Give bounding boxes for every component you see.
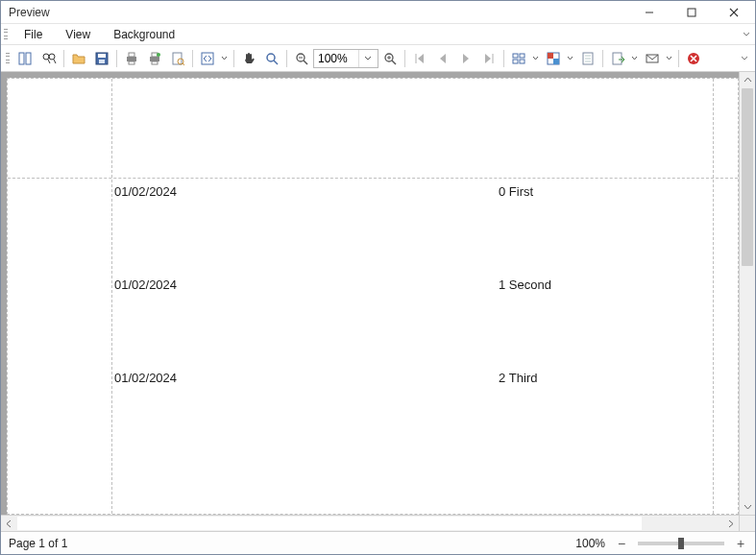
page-setup-button[interactable] xyxy=(167,48,188,69)
menubar-grip xyxy=(3,28,9,41)
svg-rect-41 xyxy=(553,59,559,64)
prev-page-button[interactable] xyxy=(432,48,453,69)
svg-point-24 xyxy=(267,54,275,61)
first-page-button[interactable] xyxy=(409,48,430,69)
vscroll-track[interactable] xyxy=(740,88,755,498)
zoom-slider[interactable] xyxy=(638,542,724,545)
quick-print-button[interactable] xyxy=(144,48,165,69)
cell-index: 1 xyxy=(499,278,505,297)
separator xyxy=(192,50,193,67)
close-preview-button[interactable] xyxy=(683,48,704,69)
hscroll-track[interactable] xyxy=(17,517,642,530)
toolbar-overflow[interactable] xyxy=(738,52,751,65)
separator xyxy=(233,50,234,67)
menubar: File View Background xyxy=(1,24,755,45)
cell-label: First xyxy=(509,184,533,204)
viewport[interactable]: 01/02/2024 0 First 01/02/2024 1 Second 0… xyxy=(1,72,739,515)
open-button[interactable] xyxy=(68,48,89,69)
magnifier-button[interactable] xyxy=(261,48,282,69)
export-dropdown[interactable] xyxy=(629,48,639,69)
separator xyxy=(404,50,405,67)
zoom-input[interactable] xyxy=(314,50,358,67)
menubar-overflow[interactable] xyxy=(740,28,753,41)
svg-line-22 xyxy=(183,63,184,65)
scroll-down-button[interactable] xyxy=(740,498,755,515)
save-button[interactable] xyxy=(91,48,112,69)
svg-rect-46 xyxy=(613,53,622,64)
svg-rect-36 xyxy=(520,54,524,58)
email-button[interactable] xyxy=(642,48,663,69)
zoom-dropdown[interactable] xyxy=(358,50,376,67)
window-title: Preview xyxy=(9,6,628,19)
zoom-plus-button[interactable]: + xyxy=(734,538,747,549)
multipage-dropdown[interactable] xyxy=(530,48,540,69)
svg-rect-15 xyxy=(129,61,134,64)
menu-view[interactable]: View xyxy=(54,26,102,43)
close-button[interactable] xyxy=(713,1,755,24)
last-page-button[interactable] xyxy=(478,48,500,69)
export-button[interactable] xyxy=(607,48,628,69)
svg-rect-38 xyxy=(520,60,524,63)
separator xyxy=(63,50,64,67)
cell-label: Third xyxy=(509,371,538,390)
zoom-out-button[interactable] xyxy=(291,48,312,69)
svg-rect-5 xyxy=(26,53,31,64)
statusbar: Page 1 of 1 100% − + xyxy=(1,531,755,554)
svg-line-28 xyxy=(304,60,307,64)
next-page-button[interactable] xyxy=(455,48,476,69)
margin-top-line xyxy=(8,178,738,179)
cell-label: Second xyxy=(509,278,551,297)
email-dropdown[interactable] xyxy=(664,48,673,69)
multipage-button[interactable] xyxy=(508,48,529,69)
report-row: 01/02/2024 0 First xyxy=(114,184,719,204)
svg-line-32 xyxy=(392,60,396,64)
color-button[interactable] xyxy=(543,48,564,69)
page-indicator: Page 1 of 1 xyxy=(9,537,67,550)
scroll-up-button[interactable] xyxy=(740,72,755,88)
svg-point-19 xyxy=(157,53,160,57)
svg-line-25 xyxy=(274,60,278,64)
zoom-in-button[interactable] xyxy=(379,48,401,69)
svg-rect-16 xyxy=(150,57,159,61)
maximize-button[interactable] xyxy=(671,1,713,24)
svg-rect-18 xyxy=(152,61,158,64)
color-dropdown[interactable] xyxy=(565,48,574,69)
print-button[interactable] xyxy=(121,48,142,69)
zoom-combobox[interactable] xyxy=(313,49,378,68)
titlebar: Preview xyxy=(1,1,755,24)
vscroll-thumb[interactable] xyxy=(742,88,753,266)
svg-rect-12 xyxy=(99,60,105,63)
svg-point-7 xyxy=(49,54,55,60)
separator xyxy=(503,50,504,67)
zoom-minus-button[interactable]: − xyxy=(615,538,628,549)
watermark-button[interactable] xyxy=(577,48,598,69)
scale-dropdown[interactable] xyxy=(219,48,229,69)
report-row: 01/02/2024 1 Second xyxy=(114,278,719,297)
zoom-slider-thumb[interactable] xyxy=(678,538,684,549)
separator xyxy=(116,50,117,67)
cell-date: 01/02/2024 xyxy=(114,184,499,204)
scroll-corner xyxy=(739,516,755,531)
separator xyxy=(678,50,679,67)
svg-rect-40 xyxy=(548,53,553,59)
margin-left-line xyxy=(111,79,112,514)
hscroll-spacer xyxy=(642,516,722,531)
scroll-left-button[interactable] xyxy=(1,516,17,531)
content-area: 01/02/2024 0 First 01/02/2024 1 Second 0… xyxy=(1,72,755,515)
minimize-button[interactable] xyxy=(628,1,671,24)
menu-file[interactable]: File xyxy=(12,26,54,43)
svg-rect-13 xyxy=(127,57,136,61)
horizontal-scrollbar[interactable] xyxy=(1,515,755,531)
vertical-scrollbar[interactable] xyxy=(739,72,755,515)
menu-background[interactable]: Background xyxy=(102,26,186,43)
thumbnails-button[interactable] xyxy=(15,48,37,69)
toolbar xyxy=(1,45,755,72)
scale-button[interactable] xyxy=(197,48,218,69)
find-button[interactable] xyxy=(38,48,60,69)
svg-line-8 xyxy=(48,60,50,63)
separator xyxy=(286,50,287,67)
hand-tool-button[interactable] xyxy=(238,48,259,69)
scroll-right-button[interactable] xyxy=(722,516,739,531)
cell-date: 01/02/2024 xyxy=(114,371,499,390)
svg-rect-1 xyxy=(688,9,695,16)
